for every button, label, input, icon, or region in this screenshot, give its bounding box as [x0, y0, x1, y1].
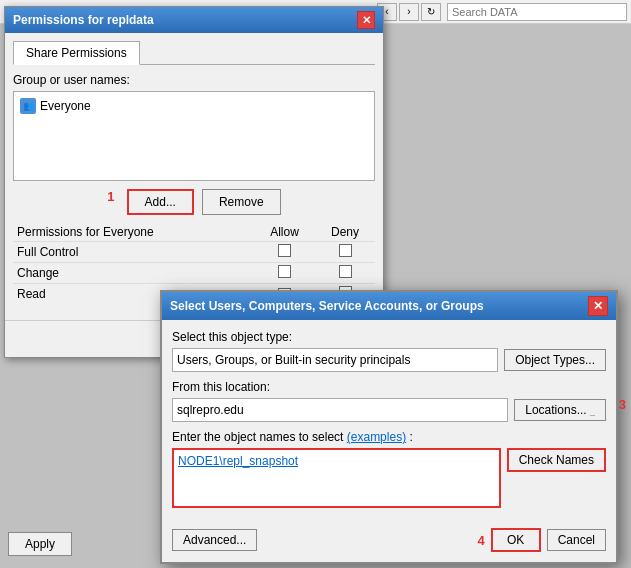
- select-dialog-title: Select Users, Computers, Service Account…: [170, 299, 484, 313]
- permissions-content: Share Permissions Group or user names: 👥…: [5, 33, 383, 320]
- apply-button-standalone[interactable]: Apply: [8, 532, 72, 556]
- remove-button[interactable]: Remove: [202, 189, 281, 215]
- tab-bar: Share Permissions: [13, 41, 375, 65]
- footer-right: 4 OK Cancel: [477, 528, 606, 552]
- object-type-row: Object Types...: [172, 348, 606, 372]
- location-label: From this location:: [172, 380, 606, 394]
- object-types-button[interactable]: Object Types...: [504, 349, 606, 371]
- select-users-dialog: Select Users, Computers, Service Account…: [160, 290, 618, 564]
- list-item: 👥 Everyone: [18, 96, 370, 116]
- table-row: Change: [13, 263, 375, 284]
- tab-share-permissions[interactable]: Share Permissions: [13, 41, 140, 65]
- fullcontrol-deny-checkbox[interactable]: [339, 244, 352, 257]
- step1-label: 1: [107, 189, 114, 215]
- deny-header: Deny: [315, 223, 375, 242]
- allow-header: Allow: [254, 223, 315, 242]
- user-name: Everyone: [40, 99, 91, 113]
- select-dialog-footer: Advanced... 4 OK Cancel: [172, 524, 606, 552]
- advanced-button[interactable]: Advanced...: [172, 529, 257, 551]
- location-field: sqlrepro.edu: [172, 398, 508, 422]
- select-dialog-titlebar: Select Users, Computers, Service Account…: [162, 292, 616, 320]
- select-ok-button[interactable]: OK: [491, 528, 541, 552]
- step4-label: 4: [477, 533, 484, 548]
- group-label: Group or user names:: [13, 73, 375, 87]
- permissions-title: Permissions for repldata: [13, 13, 357, 27]
- table-row: Full Control: [13, 242, 375, 263]
- select-dialog-close-button[interactable]: ✕: [588, 296, 608, 316]
- examples-link[interactable]: (examples): [347, 430, 406, 444]
- permissions-close-button[interactable]: ✕: [357, 11, 375, 29]
- forward-button[interactable]: ›: [399, 3, 419, 21]
- object-name-value: NODE1\repl_snapshot: [178, 454, 495, 468]
- user-icon: 👥: [20, 98, 36, 114]
- fullcontrol-allow-checkbox[interactable]: [278, 244, 291, 257]
- refresh-button[interactable]: ↻: [421, 3, 441, 21]
- select-dialog-content: Select this object type: Object Types...…: [162, 320, 616, 562]
- check-names-container: Check Names: [507, 448, 606, 516]
- names-label: Enter the object names to select (exampl…: [172, 430, 606, 444]
- permissions-titlebar: Permissions for repldata ✕: [5, 7, 383, 33]
- change-deny-checkbox[interactable]: [339, 265, 352, 278]
- user-list: 👥 Everyone: [13, 91, 375, 181]
- location-value: sqlrepro.edu: [177, 403, 244, 417]
- select-cancel-button[interactable]: Cancel: [547, 529, 606, 551]
- locations-button[interactable]: Locations... _: [514, 399, 606, 421]
- perm-fullcontrol: Full Control: [13, 242, 254, 263]
- object-names-box: NODE1\repl_snapshot 2: [172, 448, 501, 508]
- perm-name-header: Permissions for Everyone: [13, 223, 254, 242]
- add-button[interactable]: Add...: [127, 189, 194, 215]
- nav-buttons: ‹ › ↻: [377, 3, 443, 21]
- names-row: NODE1\repl_snapshot 2 Check Names: [172, 448, 606, 516]
- step3-label: 3: [619, 397, 626, 412]
- object-type-label: Select this object type:: [172, 330, 606, 344]
- change-allow-checkbox[interactable]: [278, 265, 291, 278]
- perm-change: Change: [13, 263, 254, 284]
- object-type-field[interactable]: [172, 348, 498, 372]
- check-names-button[interactable]: Check Names: [507, 448, 606, 472]
- search-input[interactable]: [447, 3, 627, 21]
- location-row: sqlrepro.edu Locations... _ 3: [172, 398, 606, 422]
